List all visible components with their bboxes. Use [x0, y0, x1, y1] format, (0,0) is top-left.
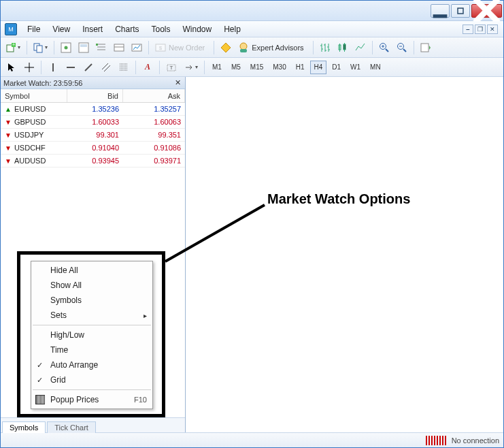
- market-watch-panel: Market Watch: 23:59:56 ✕ Symbol Bid Ask …: [1, 77, 186, 432]
- bar-chart-button[interactable]: [317, 40, 333, 55]
- trendline-button[interactable]: [80, 60, 97, 75]
- symbol-name: AUDUSD: [14, 157, 46, 165]
- ctx-show-all[interactable]: Show All: [31, 278, 152, 293]
- svg-rect-1: [458, 8, 463, 14]
- timeframe-m1[interactable]: M1: [208, 61, 226, 74]
- mdi-minimize-button[interactable]: ‒: [463, 25, 473, 34]
- menu-file[interactable]: File: [21, 23, 46, 35]
- line-chart-button[interactable]: [352, 40, 369, 55]
- vertical-line-button[interactable]: [45, 60, 61, 75]
- new-chart-button[interactable]: +▾: [3, 40, 23, 55]
- menu-window[interactable]: Window: [177, 23, 218, 35]
- market-watch-row[interactable]: ▼USDCHF0.910400.91086: [1, 142, 185, 155]
- ctx-sets[interactable]: Sets▸: [31, 308, 152, 323]
- new-order-button[interactable]: $New Order: [152, 40, 210, 55]
- svg-text:T: T: [170, 65, 173, 71]
- tab-symbols[interactable]: Symbols: [2, 421, 46, 433]
- toolbar-drawing: A T ▾ M1 M5 M15 M30 H1 H4 D1 W1 MN: [1, 58, 503, 77]
- popup-prices-icon: [35, 395, 45, 404]
- svg-rect-32: [421, 44, 429, 52]
- market-watch-row[interactable]: ▼AUDUSD0.939450.93971: [1, 155, 185, 167]
- terminal-button[interactable]: [111, 40, 127, 55]
- ctx-high-low[interactable]: High/Low: [31, 327, 152, 342]
- close-window-button[interactable]: [471, 4, 502, 18]
- expert-advisors-button[interactable]: Expert Advisors: [235, 40, 309, 55]
- text-label-button[interactable]: T: [163, 60, 180, 75]
- minimize-window-button[interactable]: [431, 4, 450, 18]
- market-watch-row[interactable]: ▼USDJPY99.30199.351: [1, 129, 185, 142]
- arrows-button[interactable]: ▾: [181, 60, 201, 75]
- timeframe-mn[interactable]: MN: [366, 61, 385, 74]
- menubar: M File View Insert Charts Tools Window H…: [1, 21, 503, 37]
- timeframe-h4[interactable]: H4: [310, 61, 327, 74]
- navigator-button[interactable]: [93, 40, 110, 55]
- strategy-tester-button[interactable]: [129, 40, 145, 55]
- menu-view[interactable]: View: [46, 23, 76, 35]
- mdi-restore-button[interactable]: ❐: [475, 25, 486, 34]
- crosshair-button[interactable]: [21, 60, 37, 75]
- svg-point-19: [240, 43, 247, 50]
- bid-price: 0.93945: [67, 155, 123, 167]
- fibonacci-button[interactable]: [116, 60, 132, 75]
- column-bid[interactable]: Bid: [67, 89, 123, 102]
- autoscroll-button[interactable]: [418, 40, 434, 55]
- svg-text:$: $: [159, 45, 163, 51]
- menu-tools[interactable]: Tools: [146, 23, 177, 35]
- check-icon: ✓: [37, 376, 43, 385]
- market-watch-toggle-button[interactable]: [58, 40, 74, 55]
- bid-price: 0.91040: [67, 142, 123, 154]
- tab-tick-chart[interactable]: Tick Chart: [47, 421, 96, 433]
- chart-area[interactable]: [186, 77, 503, 432]
- text-button[interactable]: A: [139, 60, 156, 75]
- svg-rect-14: [114, 44, 124, 51]
- bid-price: 1.35236: [67, 103, 123, 115]
- symbol-name: USDJPY: [14, 131, 44, 139]
- bid-price: 1.60033: [67, 116, 123, 128]
- maximize-window-button[interactable]: [451, 4, 470, 18]
- timeframe-m15[interactable]: M15: [246, 61, 267, 74]
- profiles-button[interactable]: ▾: [31, 40, 50, 55]
- submenu-arrow-icon: ▸: [144, 312, 147, 319]
- svg-line-26: [386, 49, 388, 52]
- context-menu: Hide All Show All Symbols Sets▸ High/Low…: [31, 261, 153, 409]
- market-watch-row[interactable]: ▲EURUSD1.352361.35257: [1, 103, 185, 116]
- ctx-hide-all[interactable]: Hide All: [31, 263, 152, 278]
- ctx-popup-prices[interactable]: Popup PricesF10: [31, 392, 152, 407]
- toolbar-main: +▾ ▾ $New Order Expert Advisors: [1, 37, 503, 58]
- symbol-name: EURUSD: [14, 105, 46, 113]
- ctx-auto-arrange[interactable]: ✓Auto Arrange: [31, 357, 152, 372]
- ctx-shortcut: F10: [134, 396, 147, 404]
- equidistant-channel-button[interactable]: [98, 60, 114, 75]
- horizontal-line-button[interactable]: [63, 60, 79, 75]
- svg-line-30: [403, 49, 406, 52]
- ctx-grid[interactable]: ✓Grid: [31, 372, 152, 387]
- svg-rect-8: [37, 46, 42, 52]
- ctx-symbols[interactable]: Symbols: [31, 293, 152, 308]
- metaquotes-button[interactable]: [218, 40, 234, 55]
- timeframe-m30[interactable]: M30: [269, 61, 290, 74]
- timeframe-d1[interactable]: D1: [328, 61, 345, 74]
- menu-charts[interactable]: Charts: [109, 23, 145, 35]
- svg-rect-13: [96, 44, 98, 46]
- menu-insert[interactable]: Insert: [76, 23, 109, 35]
- zoom-in-button[interactable]: [376, 40, 392, 55]
- candlestick-button[interactable]: [335, 40, 351, 55]
- cursor-button[interactable]: [3, 60, 20, 75]
- app-window: M File View Insert Charts Tools Window H…: [0, 0, 504, 448]
- menu-help[interactable]: Help: [218, 23, 247, 35]
- data-window-button[interactable]: [75, 40, 92, 55]
- market-watch-close-button[interactable]: ✕: [173, 78, 182, 88]
- symbol-name: USDCHF: [14, 144, 46, 152]
- zoom-out-button[interactable]: [394, 40, 410, 55]
- timeframe-m5[interactable]: M5: [227, 61, 245, 74]
- column-symbol[interactable]: Symbol: [1, 89, 67, 102]
- mdi-close-button[interactable]: ✕: [487, 25, 498, 34]
- timeframe-w1[interactable]: W1: [346, 61, 365, 74]
- column-ask[interactable]: Ask: [123, 89, 185, 102]
- market-watch-rows: ▲EURUSD1.352361.35257▼GBPUSD1.600331.600…: [1, 103, 185, 167]
- market-watch-row[interactable]: ▼GBPUSD1.600331.60063: [1, 116, 185, 129]
- connection-status-text: No connection: [452, 436, 499, 445]
- ask-price: 0.93971: [123, 155, 185, 167]
- ctx-time[interactable]: Time: [31, 342, 152, 357]
- timeframe-h1[interactable]: H1: [292, 61, 309, 74]
